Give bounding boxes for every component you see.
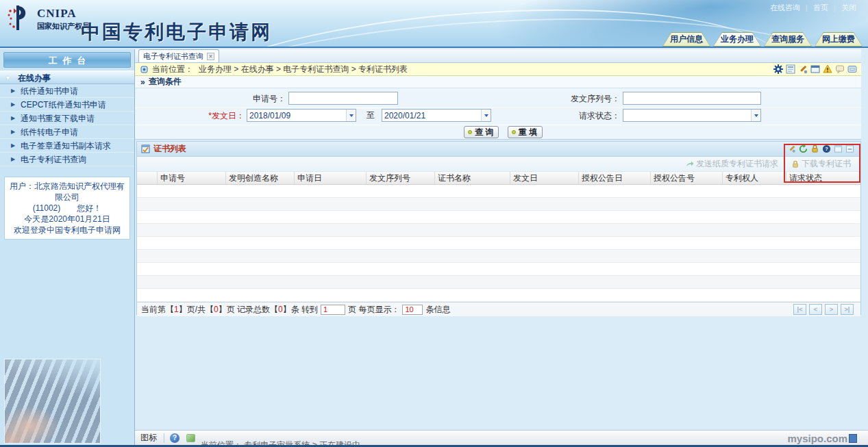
table-row: [137, 198, 860, 211]
download-cert-label: 下载专利证书: [802, 158, 851, 170]
pager-buttons: |< < > >|: [793, 304, 854, 315]
user-info-box: 用户：北京路浩知识产权代理有限公司 (11002) 您好！ 今天是2020年01…: [4, 177, 130, 240]
tool-help-icon[interactable]: ?: [822, 144, 832, 154]
sidebar-item-ecert-query[interactable]: ▶ 电子专利证书查询: [0, 153, 134, 166]
prev-page-button[interactable]: <: [809, 304, 822, 315]
tool-window-icon[interactable]: [834, 144, 843, 154]
sidebar-item-paper-to-electronic[interactable]: ▶ 纸件转电子申请: [0, 125, 134, 139]
issue-date-label: *发文日：: [168, 110, 245, 122]
table-row: [137, 237, 860, 250]
pagination-text: 】条 转到: [283, 304, 318, 316]
issue-serial-input[interactable]: [623, 92, 761, 105]
nav-tab-query-service[interactable]: 查询服务: [764, 32, 812, 47]
link-close[interactable]: 关闭: [841, 3, 856, 12]
help-bubble-icon[interactable]: [835, 64, 845, 74]
nav-tab-business[interactable]: 业务办理: [713, 32, 761, 47]
action-separator: |: [784, 159, 786, 169]
page-size-input[interactable]: [402, 305, 423, 315]
user-info-line: 今天是2020年01月21日: [6, 214, 128, 225]
pagination-text: 】页/共【: [179, 304, 214, 316]
sidebar-section-online-services[interactable]: ▼ 在线办事: [0, 71, 134, 84]
tab-close-icon[interactable]: ×: [207, 53, 214, 60]
request-status-dropdown-icon[interactable]: [751, 110, 760, 121]
site-title: 中国专利电子申请网: [81, 19, 272, 45]
query-button[interactable]: 查 询: [464, 126, 499, 138]
request-status-label: 请求状态：: [505, 110, 620, 122]
watermark: mysipo.com: [787, 433, 857, 444]
sidebar-item-label: 通知书重复下载申请: [21, 114, 95, 123]
link-separator: |: [806, 3, 808, 12]
next-page-button[interactable]: >: [825, 304, 838, 315]
link-home[interactable]: 首页: [813, 3, 828, 12]
minimize-window-icon[interactable]: [847, 64, 857, 74]
sidebar-item-label: 电子签章通知书副本请求: [21, 141, 111, 151]
date-from-input[interactable]: [247, 110, 346, 121]
reset-button[interactable]: 重 填: [508, 126, 543, 138]
date-to-dropdown-icon[interactable]: [481, 110, 491, 121]
pagination-text: 条信息: [425, 304, 450, 316]
window-icon[interactable]: [810, 64, 820, 74]
nav-tab-online-payment[interactable]: 网上缴费: [815, 32, 863, 47]
location-icon: [140, 66, 148, 73]
footer-bar: 图标 ? 当前位置： 专利电子审批系统 > 正在建设中 mysipo.com: [135, 430, 868, 445]
sidebar-section-label: 在线办事: [18, 73, 51, 83]
request-status-value[interactable]: [623, 110, 751, 121]
col-grant-announce-date: 授权公告日: [579, 172, 651, 184]
certificate-list-panel: 证书列表 ? 发送纸质专利证书请求 |: [136, 141, 861, 315]
arrow-right-icon: ▶: [11, 98, 15, 112]
link-separator: |: [834, 3, 836, 12]
sidebar-item-label: 纸件通知书申请: [21, 86, 78, 96]
send-paper-cert-link[interactable]: 发送纸质专利证书请求: [686, 158, 778, 170]
download-cert-link[interactable]: 下载专利证书: [791, 158, 851, 170]
nav-tab-user-info[interactable]: 用户信息: [662, 32, 710, 47]
tool-wrench-icon[interactable]: [787, 144, 797, 154]
date-from-dropdown-icon[interactable]: [346, 110, 356, 121]
doc-tab-ecert-query[interactable]: 电子专利证书查询 ×: [138, 49, 219, 62]
certificate-list-icon: [141, 144, 150, 153]
user-info-line: 欢迎登录中国专利电子申请网: [6, 225, 128, 235]
table-body: [137, 185, 860, 302]
doc-tab-label: 电子专利证书查询: [143, 51, 203, 62]
col-request-status: 请求状态: [786, 172, 860, 184]
date-to-combo: [382, 109, 491, 122]
cnipa-logo: CNIPA 国家知识产权局: [7, 4, 90, 33]
keyboard-photo: [4, 359, 101, 444]
gear-icon[interactable]: [773, 64, 783, 74]
tool-minimize-icon[interactable]: [845, 144, 855, 154]
sidebar-item-label: 电子专利证书查询: [21, 155, 86, 164]
warning-icon[interactable]: [823, 64, 832, 74]
table-row: [137, 224, 860, 237]
cnipa-logo-icon: [7, 4, 34, 33]
sidebar-item-paper-notice[interactable]: ▶ 纸件通知书申请: [0, 84, 134, 98]
link-online-consult[interactable]: 在线咨询: [770, 3, 800, 12]
col-application-date: 申请日: [295, 172, 367, 184]
document-tab-bar: 电子专利证书查询 ×: [135, 49, 861, 63]
application-no-input[interactable]: [288, 92, 398, 105]
tool-lock-icon[interactable]: [810, 144, 820, 154]
first-page-button[interactable]: |<: [793, 304, 806, 315]
date-to-input[interactable]: [382, 110, 481, 121]
sidebar-item-esign-notice-copy[interactable]: ▶ 电子签章通知书副本请求: [0, 139, 134, 153]
table-row: [137, 250, 860, 263]
footer-icon-button[interactable]: 图标: [135, 432, 164, 444]
date-from-combo: [247, 109, 356, 122]
sidebar-item-notice-redownload[interactable]: ▶ 通知书重复下载申请: [0, 112, 134, 125]
date-range-to-label: 至: [367, 109, 375, 122]
wrench-icon[interactable]: [798, 64, 808, 74]
form-list-icon[interactable]: [786, 64, 795, 74]
breadcrumb: 当前位置： 业务办理 > 在线办事 > 电子专利证书查询 > 专利证书列表: [135, 63, 861, 76]
goto-page-input[interactable]: [321, 305, 345, 315]
list-toolbar: ?: [787, 144, 855, 154]
tool-refresh-icon[interactable]: [799, 144, 808, 154]
form-row-divider: [135, 107, 861, 108]
arrow-right-icon: ▶: [11, 112, 15, 125]
download-lock-icon: [791, 160, 799, 168]
page: 在线咨询 | 首页 | 关闭 CNIPA 国家知识产权局 中国专利电子申请网: [0, 0, 868, 447]
help-icon[interactable]: ?: [170, 433, 179, 443]
last-page-button[interactable]: >|: [841, 304, 854, 315]
user-info-line: (11002) 您好！: [6, 203, 128, 214]
svg-text:?: ?: [825, 146, 828, 152]
sidebar-item-cepct-paper-notice[interactable]: ▶ CEPCT纸件通知书申请: [0, 98, 134, 112]
request-status-select[interactable]: [623, 109, 761, 122]
main-panel: 电子专利证书查询 × 当前位置： 业务办理 > 在线办事 > 电子专利证书查询 …: [135, 49, 868, 445]
